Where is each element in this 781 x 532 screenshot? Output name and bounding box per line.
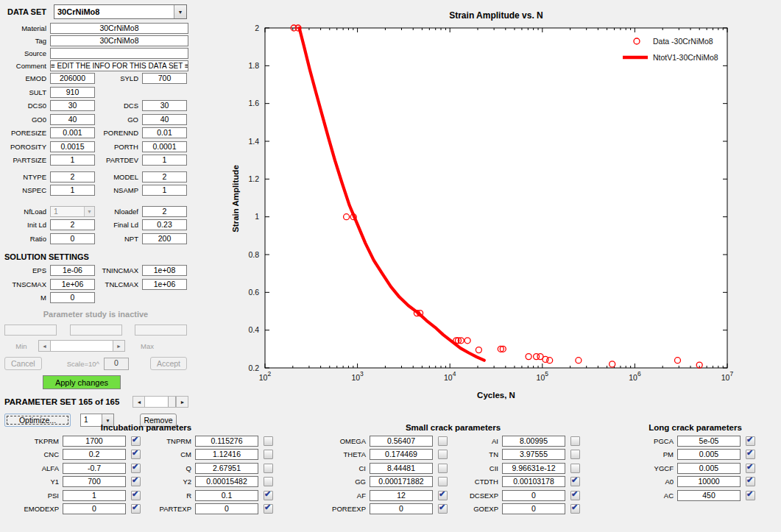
syld-field[interactable]: 700: [142, 73, 187, 84]
emodexp-field[interactable]: 0: [63, 503, 126, 514]
dcsexp-field[interactable]: 0: [502, 490, 565, 501]
ac-field[interactable]: 450: [677, 490, 741, 501]
svg-text:Data -30CrNiMo8: Data -30CrNiMo8: [653, 37, 713, 46]
nloadef-field[interactable]: 2: [142, 206, 187, 217]
dcs-field[interactable]: 30: [142, 100, 187, 111]
omega-checkbox[interactable]: [438, 436, 448, 446]
slider-track[interactable]: [145, 397, 168, 407]
model-field[interactable]: 2: [142, 171, 187, 182]
tnlcmax-field[interactable]: 1e+06: [142, 279, 187, 290]
poreexp-checkbox[interactable]: [438, 504, 448, 514]
theta-field[interactable]: 0.174469: [370, 449, 433, 460]
af-checkbox[interactable]: [438, 491, 448, 500]
sult-field[interactable]: 910: [50, 87, 95, 98]
ctdth-checkbox[interactable]: [570, 477, 580, 486]
source-field[interactable]: [50, 48, 188, 59]
small-crack-parameters-panel: Small crack parametersOMEGA0.56407AI8.00…: [328, 423, 579, 517]
chevron-down-icon[interactable]: ▼: [174, 5, 186, 18]
comment-field[interactable]: ≡ EDIT THE INFO FOR THIS DATA SET ≡: [50, 60, 188, 71]
tkprm-field[interactable]: 1700: [63, 436, 126, 447]
cm-field[interactable]: 1.12416: [195, 449, 258, 460]
af-field[interactable]: 12: [370, 490, 433, 501]
ntype-field[interactable]: 2: [50, 171, 95, 182]
tnprm-checkbox[interactable]: [264, 436, 273, 446]
r-field[interactable]: 0.1: [195, 490, 258, 501]
omega-field[interactable]: 0.56407: [370, 436, 433, 447]
nspec-field[interactable]: 1: [50, 185, 95, 196]
pgca-field[interactable]: 5e-05: [677, 436, 741, 447]
cii-field[interactable]: 9.96631e-12: [502, 463, 565, 474]
cii-checkbox[interactable]: [570, 464, 580, 473]
ai-checkbox[interactable]: [570, 436, 580, 446]
emodexp-checkbox[interactable]: [131, 504, 141, 514]
ratio-field[interactable]: 0: [50, 233, 95, 244]
poresize-field[interactable]: 0.001: [50, 127, 95, 138]
ygcf-checkbox[interactable]: [746, 464, 755, 473]
a0-checkbox[interactable]: [746, 477, 755, 486]
y2-checkbox[interactable]: [264, 477, 273, 486]
ac-checkbox[interactable]: [746, 491, 755, 500]
tnincmax-field[interactable]: 1e+08: [142, 265, 187, 276]
y2-field[interactable]: 0.00015482: [195, 476, 258, 487]
tn-field[interactable]: 3.97555: [502, 449, 565, 460]
cnc-field[interactable]: 0.2: [63, 449, 126, 460]
pm-checkbox[interactable]: [746, 450, 755, 459]
psi-field[interactable]: 1: [63, 490, 126, 501]
ygcf-label: YGCF: [635, 464, 677, 472]
goexp-field[interactable]: 0: [502, 503, 565, 514]
porosity-field[interactable]: 0.0015: [50, 141, 95, 152]
parameter-set-slider[interactable]: ◄ ►: [132, 396, 188, 408]
y1-checkbox[interactable]: [131, 477, 141, 486]
slider-left-arrow-icon[interactable]: ◄: [133, 397, 145, 407]
ctdth-field[interactable]: 0.00103178: [502, 476, 565, 487]
psi-checkbox[interactable]: [131, 491, 141, 500]
r-checkbox[interactable]: [264, 491, 273, 500]
dcsexp-checkbox[interactable]: [570, 491, 580, 500]
ai-field[interactable]: 8.00995: [502, 436, 565, 447]
tkprm-checkbox[interactable]: [131, 436, 141, 446]
material-field[interactable]: 30CrNiMo8: [50, 23, 188, 34]
pgca-checkbox[interactable]: [746, 436, 755, 446]
nsamp-field[interactable]: 1: [142, 185, 187, 196]
emod-field[interactable]: 206000: [50, 73, 95, 84]
partexp-checkbox[interactable]: [264, 504, 273, 514]
cnc-checkbox[interactable]: [131, 450, 141, 459]
q-checkbox[interactable]: [264, 464, 273, 473]
m-field[interactable]: 0: [50, 292, 95, 303]
tn-checkbox[interactable]: [570, 450, 580, 459]
tnprm-field[interactable]: 0.115276: [195, 436, 258, 447]
slider-thumb[interactable]: [168, 397, 176, 407]
final-ld-field[interactable]: 0.23: [142, 219, 187, 230]
partdev-field[interactable]: 1: [142, 155, 187, 166]
dcs0-field[interactable]: 30: [50, 100, 95, 111]
ci-field[interactable]: 8.44481: [370, 463, 433, 474]
pm-field[interactable]: 0.005: [677, 449, 741, 460]
apply-changes-button[interactable]: Apply changes: [43, 375, 121, 389]
ygcf-field[interactable]: 0.005: [677, 463, 741, 474]
go-field[interactable]: 40: [142, 114, 187, 125]
poreexp-field[interactable]: 0: [370, 503, 433, 514]
a0-field[interactable]: 10000: [677, 476, 741, 487]
alfa-checkbox[interactable]: [131, 464, 141, 473]
go0-field[interactable]: 40: [50, 114, 95, 125]
tnscmax-field[interactable]: 1e+06: [50, 279, 95, 290]
q-field[interactable]: 2.67951: [195, 463, 258, 474]
tag-field[interactable]: 30CrNiMo8: [50, 35, 188, 46]
init-ld-field[interactable]: 2: [50, 219, 95, 230]
partexp-field[interactable]: 0: [195, 503, 258, 514]
gg-field[interactable]: 0.000171882: [370, 476, 433, 487]
y1-field[interactable]: 700: [63, 476, 126, 487]
goexp-checkbox[interactable]: [570, 504, 580, 514]
partsize-field[interactable]: 1: [50, 155, 95, 166]
porth-field[interactable]: 0.0001: [142, 141, 187, 152]
gg-checkbox[interactable]: [438, 477, 448, 486]
alfa-field[interactable]: -0.7: [63, 463, 126, 474]
npt-field[interactable]: 200: [142, 233, 187, 244]
theta-checkbox[interactable]: [438, 450, 448, 459]
dataset-dropdown[interactable]: 30CrNiMo8 ▼: [54, 4, 187, 19]
porennd-field[interactable]: 0.01: [142, 127, 187, 138]
eps-field[interactable]: 1e-06: [50, 265, 95, 276]
slider-right-arrow-icon[interactable]: ►: [176, 397, 188, 407]
cm-checkbox[interactable]: [264, 450, 273, 459]
ci-checkbox[interactable]: [438, 464, 448, 473]
